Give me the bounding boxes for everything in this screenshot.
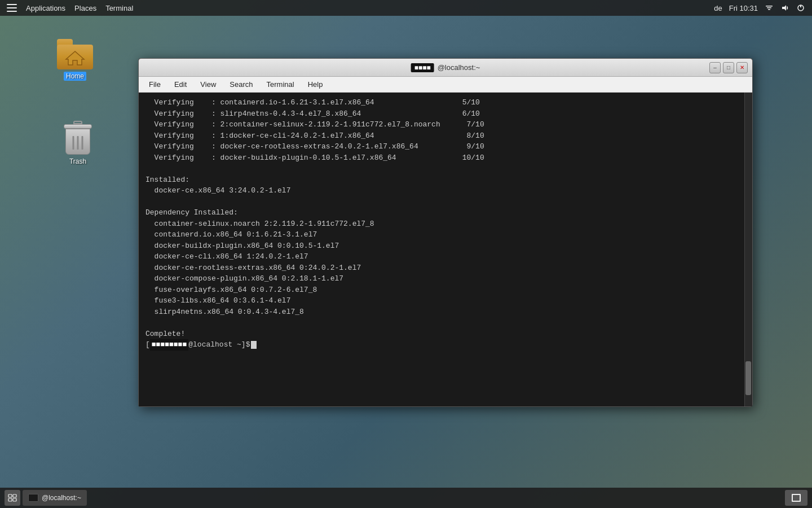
terminal-output: Verifying : containerd.io-1.6.21-3.1.el7… — [145, 97, 738, 339]
home-label: Home — [64, 72, 86, 81]
prompt-host: @localhost ~]$ — [188, 339, 250, 351]
network-icon — [765, 3, 774, 12]
trash-desktop-icon[interactable]: Trash — [52, 119, 103, 168]
sysbar-right: de Fri 10:31 — [714, 3, 805, 12]
switch-icon — [8, 494, 17, 502]
svg-rect-0 — [766, 6, 773, 7]
minimize-button[interactable]: – — [709, 62, 721, 73]
sysbar-terminal[interactable]: Terminal — [105, 4, 133, 12]
terminal-body: Verifying : containerd.io-1.6.21-3.1.el7… — [139, 93, 752, 406]
svg-rect-8 — [13, 494, 16, 497]
power-icon — [796, 3, 805, 12]
terminal-content[interactable]: Verifying : containerd.io-1.6.21-3.1.el7… — [139, 93, 744, 406]
home-folder-icon — [57, 39, 93, 69]
terminal-menubar: File Edit View Search Terminal Help — [139, 77, 752, 93]
menu-search[interactable]: Search — [224, 78, 258, 90]
svg-marker-3 — [782, 5, 786, 11]
terminal-prompt: [■■■■■■■■@localhost ~]$ — [145, 339, 738, 351]
menu-view[interactable]: View — [195, 78, 222, 90]
taskbar-terminal-app[interactable]: @localhost:~ — [23, 490, 87, 506]
svg-rect-7 — [8, 494, 12, 497]
titlebar-controls: – □ ✕ — [709, 62, 748, 73]
terminal-scrollbar[interactable] — [744, 93, 752, 406]
volume-icon — [780, 3, 789, 12]
taskbar-square-icon — [792, 494, 801, 502]
home-icon[interactable]: Home — [50, 37, 100, 83]
menu-file[interactable]: File — [143, 78, 166, 90]
titlebar-center: ■■■■ @localhost:~ — [411, 63, 480, 72]
menu-help[interactable]: Help — [302, 78, 329, 90]
prompt-username: ■■■■■■■■ — [150, 339, 188, 351]
menu-edit[interactable]: Edit — [169, 78, 192, 90]
taskbar-app-icon — [28, 494, 38, 502]
menu-terminal[interactable]: Terminal — [261, 78, 300, 90]
sysbar-left: Applications Places Terminal — [7, 4, 133, 12]
home-symbol — [65, 49, 85, 67]
svg-rect-2 — [768, 9, 770, 10]
trash-icon — [62, 121, 94, 155]
title-hostname: @localhost:~ — [438, 63, 480, 72]
sysbar-time: Fri 10:31 — [729, 4, 758, 12]
svg-marker-6 — [66, 51, 84, 65]
trash-label: Trash — [67, 157, 89, 166]
sysbar-locale: de — [714, 4, 722, 12]
taskbar-app-label: @localhost:~ — [42, 494, 81, 502]
taskbar: @localhost:~ — [0, 488, 812, 508]
maximize-button[interactable]: □ — [723, 62, 734, 73]
scroll-thumb[interactable] — [745, 361, 751, 395]
apps-icon — [7, 4, 17, 12]
taskbar-right-button[interactable] — [785, 490, 807, 506]
sysbar-applications[interactable]: Applications — [26, 4, 65, 12]
taskbar-switch-button[interactable] — [5, 490, 20, 506]
system-bar: Applications Places Terminal de Fri 10:3… — [0, 0, 812, 16]
close-button[interactable]: ✕ — [736, 62, 748, 73]
terminal-window: ■■■■ @localhost:~ – □ ✕ File Edit View S… — [138, 58, 753, 407]
svg-rect-9 — [8, 498, 12, 501]
svg-rect-1 — [767, 7, 771, 8]
svg-rect-10 — [13, 498, 16, 501]
title-username: ■■■■ — [411, 63, 434, 72]
terminal-titlebar: ■■■■ @localhost:~ – □ ✕ — [139, 59, 752, 77]
terminal-cursor — [251, 341, 257, 349]
sysbar-places[interactable]: Places — [74, 4, 96, 12]
